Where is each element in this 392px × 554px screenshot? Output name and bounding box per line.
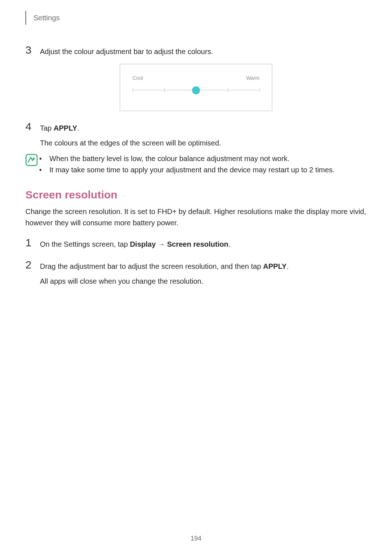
- slider-label-cool: Cool: [132, 75, 143, 81]
- section-title-screen-resolution: Screen resolution: [25, 189, 367, 201]
- step-3: 3 Adjust the colour adjustment bar to ad…: [25, 45, 367, 57]
- text-suffix: .: [77, 124, 79, 132]
- step-number: 4: [25, 121, 40, 149]
- note-block: • When the battery level is low, the col…: [25, 153, 367, 176]
- step-4: 4 Tap APPLY. The colours at the edges of…: [25, 121, 367, 149]
- step-text: Adjust the colour adjustment bar to adju…: [40, 45, 367, 57]
- text-prefix: Tap: [40, 124, 54, 132]
- screen-resolution-label: Screen resolution: [167, 240, 228, 248]
- colour-slider-figure: Cool Warm: [25, 64, 367, 111]
- text-suffix: .: [287, 262, 289, 270]
- slider-thumb: [192, 86, 200, 94]
- slider-label-warm: Warm: [246, 75, 260, 81]
- note-icon: [25, 153, 39, 176]
- svg-rect-0: [26, 155, 37, 166]
- note-item: • It may take some time to apply your ad…: [39, 164, 367, 176]
- display-label: Display: [130, 240, 156, 248]
- slider-tick: [164, 88, 165, 92]
- note-text: When the battery level is low, the colou…: [49, 153, 289, 164]
- header-accent-bar: [25, 11, 26, 25]
- note-text: It may take some time to apply your adju…: [49, 164, 335, 176]
- colour-slider-panel: Cool Warm: [120, 64, 272, 111]
- slider-tick: [132, 88, 133, 92]
- res-step-2: 2 Drag the adjustment bar to adjust the …: [25, 259, 367, 287]
- bullet-dot: •: [39, 153, 49, 164]
- arrow-sep: →: [156, 240, 167, 248]
- apply-label: APPLY: [54, 124, 77, 132]
- note-body: • When the battery level is low, the col…: [39, 153, 367, 176]
- header-title: Settings: [33, 14, 60, 22]
- step-number: 2: [25, 259, 40, 287]
- slider-tick: [260, 88, 260, 92]
- step-body: Tap APPLY. The colours at the edges of t…: [40, 121, 367, 149]
- page-number: 194: [0, 535, 392, 542]
- slider-tick: [228, 88, 228, 92]
- res-step-1: 1 On the Settings screen, tap Display → …: [25, 237, 367, 250]
- page-header: Settings: [25, 11, 367, 25]
- slider-track: [132, 85, 260, 96]
- text-prefix: Drag the adjustment bar to adjust the sc…: [40, 262, 263, 270]
- text-suffix: .: [228, 240, 230, 248]
- step-number: 3: [25, 45, 40, 57]
- text-prefix: On the Settings screen, tap: [40, 240, 130, 248]
- section-intro: Change the screen resolution. It is set …: [25, 206, 367, 229]
- step-body: Drag the adjustment bar to adjust the sc…: [40, 259, 367, 287]
- step-number: 1: [25, 237, 40, 250]
- step-subtext: The colours at the edges of the screen w…: [40, 138, 367, 149]
- apply-label: APPLY: [263, 262, 287, 270]
- slider-labels: Cool Warm: [132, 75, 260, 81]
- bullet-dot: •: [39, 164, 49, 176]
- step-subtext: All apps will close when you change the …: [40, 276, 367, 287]
- note-item: • When the battery level is low, the col…: [39, 153, 367, 164]
- manual-page: Settings 3 Adjust the colour adjustment …: [0, 0, 392, 554]
- step-body: On the Settings screen, tap Display → Sc…: [40, 237, 367, 250]
